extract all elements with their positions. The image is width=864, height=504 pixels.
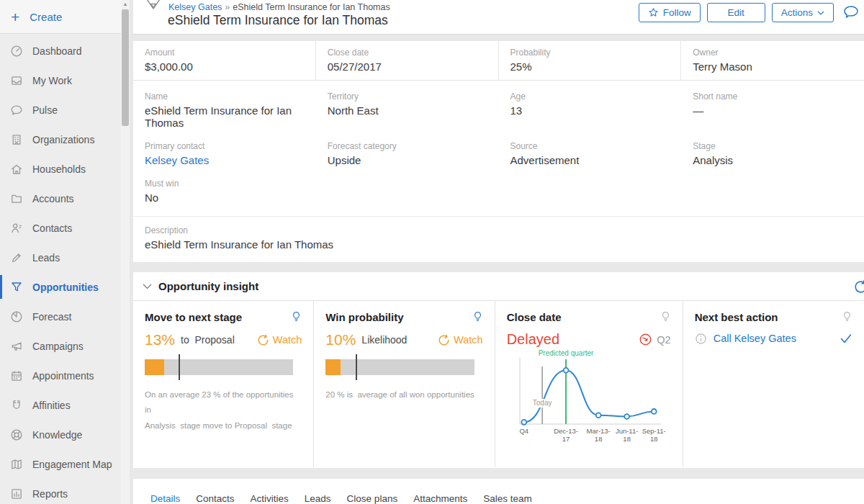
tab-activities[interactable]: Activities — [243, 479, 297, 504]
field-label: Age — [510, 91, 670, 102]
sidebar-item-organizations[interactable]: Organizations — [0, 125, 121, 154]
breadcrumb-link[interactable]: Kelsey Gates — [168, 2, 222, 12]
card-title: Close date — [507, 311, 562, 323]
card-close-date: Close date Delayed Q2 TodayPredicted qua… — [495, 301, 683, 467]
field-label: Source — [510, 141, 670, 151]
svg-text:Q4: Q4 — [519, 427, 528, 435]
field-territory: Territory North East — [316, 81, 499, 130]
sidebar-item-label: Opportunities — [32, 282, 99, 293]
close-date-status: Delayed — [507, 331, 559, 348]
sidebar: + Create Dashboard My Work Pulse Organiz… — [0, 0, 121, 504]
bar-chart-icon — [10, 487, 23, 500]
bulb-icon — [472, 311, 483, 323]
magnet-icon — [10, 399, 23, 412]
follow-button[interactable]: Follow — [639, 3, 701, 22]
field-source: Source Advertisement — [499, 130, 682, 168]
field-value: Analysis — [693, 154, 852, 166]
svg-text:18: 18 — [623, 435, 631, 443]
card-next-best-action: Next best action Call Kelsey Gates — [683, 301, 864, 467]
sidebar-item-dashboard[interactable]: Dashboard — [0, 36, 121, 66]
sidebar-item-contacts[interactable]: Contacts — [0, 213, 121, 243]
sidebar-item-knowledge[interactable]: Knowledge — [0, 420, 121, 449]
quarter-indicator: Q2 — [639, 333, 670, 346]
field-label: Short name — [693, 91, 852, 102]
sidebar-item-households[interactable]: Households — [0, 154, 121, 184]
watch-icon — [257, 334, 269, 346]
sidebar-item-leads[interactable]: Leads — [0, 243, 121, 272]
average-marker — [356, 354, 357, 380]
star-icon — [648, 7, 659, 18]
next-action-link[interactable]: Call Kelsey Gates — [714, 333, 796, 344]
tab-attachments[interactable]: Attachments — [405, 479, 475, 504]
breadcrumb-current: eShield Term Insurance for Ian Thomas — [233, 2, 390, 12]
scroll-up-icon[interactable]: ▲ — [121, 0, 130, 9]
refresh-button[interactable] — [853, 279, 864, 294]
watch-button[interactable]: Watch — [257, 334, 302, 346]
lifering-icon — [10, 428, 23, 441]
chat-button[interactable] — [842, 4, 860, 22]
sidebar-item-label: Pulse — [32, 104, 58, 116]
collapse-chevron-icon[interactable] — [143, 284, 152, 289]
sidebar-item-create[interactable]: + Create — [0, 0, 121, 34]
stage-suffix: to Proposal — [181, 334, 235, 346]
sidebar-item-label: Engagement Map — [32, 459, 112, 470]
card-caption: 20 % is average of all won opportunities — [325, 387, 482, 402]
sidebar-item-accounts[interactable]: Accounts — [0, 184, 121, 213]
field-label: Stage — [693, 141, 852, 151]
map-icon — [10, 458, 23, 471]
funnel-icon — [10, 281, 23, 294]
sidebar-item-pulse[interactable]: Pulse — [0, 95, 121, 125]
bulb-icon — [660, 311, 671, 323]
detail-tabs: Details Contacts Activities Leads Close … — [133, 479, 864, 504]
svg-text:18: 18 — [595, 435, 603, 443]
sidebar-scrollbar[interactable]: ▲ — [121, 0, 130, 504]
house-icon — [10, 163, 23, 176]
page-title: eShield Term Insurance for Ian Thomas — [168, 13, 388, 28]
card-win-probability: Win probability 10% Likelihood Watch — [314, 301, 495, 467]
tab-close-plans[interactable]: Close plans — [339, 479, 406, 504]
tab-details[interactable]: Details — [143, 479, 188, 504]
app-window: + Create Dashboard My Work Pulse Organiz… — [0, 0, 864, 504]
svg-text:Today: Today — [532, 399, 552, 407]
breadcrumb-separator: » — [225, 2, 230, 12]
sidebar-item-affinities[interactable]: Affinities — [0, 390, 121, 420]
sidebar-item-my-work[interactable]: My Work — [0, 66, 121, 95]
progress-fill — [325, 359, 341, 375]
sidebar-item-forecast[interactable]: Forecast — [0, 302, 121, 331]
field-age: Age 13 — [499, 81, 682, 130]
field-label: Probability — [510, 48, 670, 58]
field-value: Advertisement — [510, 154, 670, 166]
field-value: 25% — [510, 60, 670, 73]
tab-contacts[interactable]: Contacts — [188, 479, 242, 504]
field-label: Must win — [145, 179, 305, 189]
sidebar-item-label: Forecast — [32, 311, 71, 323]
field-label: Close date — [328, 48, 487, 58]
stage-percent: 13% — [145, 331, 175, 348]
primary-contact-link[interactable]: Kelsey Gates — [145, 154, 305, 166]
card-title: Move to next stage — [145, 311, 242, 323]
sidebar-item-label: Affinities — [32, 400, 71, 411]
scrollbar-thumb[interactable] — [122, 9, 129, 126]
sidebar-item-reports[interactable]: Reports — [0, 479, 121, 504]
check-icon[interactable] — [840, 332, 852, 345]
sidebar-item-opportunities[interactable]: Opportunities — [0, 272, 121, 302]
delayed-icon — [639, 333, 652, 346]
card-caption: On an average 23 % of the opportunities … — [145, 387, 302, 433]
card-move-to-next-stage: Move to next stage 13% to Proposal Watch — [133, 301, 314, 467]
edit-button[interactable]: Edit — [707, 3, 765, 22]
speech-bubble-icon — [10, 104, 23, 117]
refresh-icon — [853, 279, 864, 294]
field-value: — — [693, 104, 852, 117]
watch-button[interactable]: Watch — [438, 334, 483, 346]
actions-button[interactable]: Actions — [772, 3, 834, 22]
card-title: Next best action — [695, 311, 778, 323]
svg-text:Sep-11-: Sep-11- — [642, 427, 665, 435]
sidebar-item-campaigns[interactable]: Campaigns — [0, 331, 121, 361]
field-value: North East — [328, 104, 487, 117]
opportunity-insight-panel: Opportunity insight Move to next stage 1… — [133, 272, 864, 468]
tab-leads[interactable]: Leads — [297, 479, 339, 504]
field-primary-contact: Primary contact Kelsey Gates — [133, 130, 316, 168]
sidebar-item-appointments[interactable]: Appointments — [0, 361, 121, 390]
sidebar-item-engagement-map[interactable]: Engagement Map — [0, 449, 121, 479]
tab-sales-team[interactable]: Sales team — [475, 479, 540, 504]
